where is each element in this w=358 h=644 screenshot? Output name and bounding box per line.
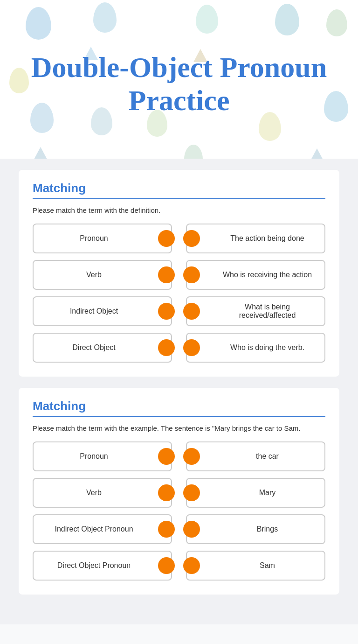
right-label-1: Who is receiving the action xyxy=(218,271,317,279)
left-item-s2-3[interactable]: Direct Object Pronoun xyxy=(33,551,172,581)
decorative-drop-11 xyxy=(184,145,203,159)
decorative-triangle-3 xyxy=(310,148,324,159)
section-2-divider xyxy=(33,416,325,417)
decorative-drop-0 xyxy=(26,7,51,40)
left-circle-1 xyxy=(158,266,175,283)
left-label-s2-3: Direct Object Pronoun xyxy=(41,561,147,570)
right-item-s2-0[interactable]: the car xyxy=(186,441,325,471)
right-label-0: The action being done xyxy=(218,234,317,243)
left-label-s2-1: Verb xyxy=(41,489,147,497)
decorative-triangle-2 xyxy=(34,147,48,159)
right-circle-s2-0 xyxy=(183,448,200,465)
main-content: Matching Please match the term with the … xyxy=(0,159,358,624)
section-2: Matching Please match the term with the … xyxy=(19,388,339,595)
right-circle-3 xyxy=(183,339,200,356)
right-label-s2-0: the car xyxy=(218,452,317,461)
right-item-s2-3[interactable]: Sam xyxy=(186,551,325,581)
left-item-s2-1[interactable]: Verb xyxy=(33,478,172,508)
right-circle-0 xyxy=(183,230,200,247)
right-item-3[interactable]: Who is doing the verb. xyxy=(186,333,325,363)
left-circle-3 xyxy=(158,339,175,356)
left-label-s2-0: Pronoun xyxy=(41,452,147,461)
decorative-drop-3 xyxy=(275,4,299,35)
right-label-s2-2: Brings xyxy=(218,525,317,533)
left-circle-s2-3 xyxy=(158,557,175,574)
right-circle-1 xyxy=(183,266,200,283)
right-item-2[interactable]: What is being received/affected xyxy=(186,296,325,326)
decorative-drop-2 xyxy=(196,5,218,34)
left-label-2: Indirect Object xyxy=(41,307,147,315)
right-circle-s2-3 xyxy=(183,557,200,574)
right-item-0[interactable]: The action being done xyxy=(186,224,325,253)
section-2-grid: Pronoun the car Verb Mary Indirect Objec… xyxy=(33,441,325,581)
left-circle-s2-2 xyxy=(158,521,175,538)
section-2-instruction: Please match the term with the example. … xyxy=(33,424,325,432)
right-item-s2-1[interactable]: Mary xyxy=(186,478,325,508)
left-item-3[interactable]: Direct Object xyxy=(33,333,172,363)
left-item-s2-2[interactable]: Indirect Object Pronoun xyxy=(33,514,172,544)
section-1-grid: Pronoun The action being done Verb Who i… xyxy=(33,224,325,363)
right-label-s2-3: Sam xyxy=(218,561,317,570)
section-1-divider xyxy=(33,198,325,199)
left-item-2[interactable]: Indirect Object xyxy=(33,296,172,326)
left-item-s2-0[interactable]: Pronoun xyxy=(33,441,172,471)
decorative-drop-1 xyxy=(93,2,117,33)
right-label-s2-1: Mary xyxy=(218,489,317,497)
section-1-instruction: Please match the term with the definitio… xyxy=(33,206,325,214)
section-1: Matching Please match the term with the … xyxy=(19,170,339,377)
header: Double-Object Pronoun Practice xyxy=(0,0,358,159)
right-circle-2 xyxy=(183,303,200,320)
left-circle-2 xyxy=(158,303,175,320)
right-circle-s2-2 xyxy=(183,521,200,538)
left-label-3: Direct Object xyxy=(41,343,147,352)
right-circle-s2-1 xyxy=(183,484,200,501)
decorative-drop-4 xyxy=(326,9,347,36)
right-item-s2-2[interactable]: Brings xyxy=(186,514,325,544)
left-label-0: Pronoun xyxy=(41,234,147,243)
left-item-1[interactable]: Verb xyxy=(33,260,172,290)
section-1-title: Matching xyxy=(33,181,325,196)
left-circle-0 xyxy=(158,230,175,247)
left-label-1: Verb xyxy=(41,271,147,279)
page-title: Double-Object Pronoun Practice xyxy=(9,51,349,118)
left-circle-s2-0 xyxy=(158,448,175,465)
left-item-0[interactable]: Pronoun xyxy=(33,224,172,253)
right-label-3: Who is doing the verb. xyxy=(218,343,317,352)
left-label-s2-2: Indirect Object Pronoun xyxy=(41,525,147,533)
right-item-1[interactable]: Who is receiving the action xyxy=(186,260,325,290)
section-2-title: Matching xyxy=(33,399,325,413)
left-circle-s2-1 xyxy=(158,484,175,501)
right-label-2: What is being received/affected xyxy=(218,303,317,320)
